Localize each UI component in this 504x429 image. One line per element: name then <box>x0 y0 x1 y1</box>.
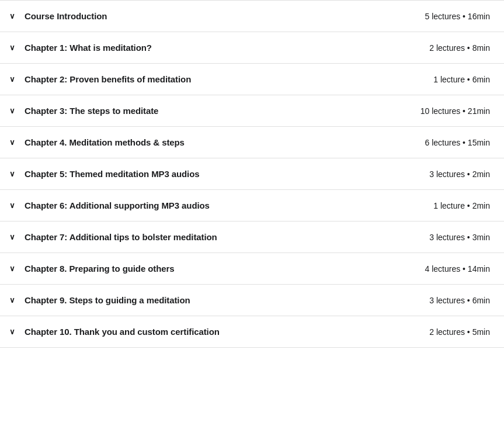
chapter-title-ch4: Chapter 4. Meditation methods & steps <box>25 137 185 147</box>
chapter-title-ch2: Chapter 2: Proven benefits of meditation <box>25 74 191 84</box>
chapter-meta-ch9: 3 lectures • 6min <box>429 296 490 305</box>
chapter-left-ch1: ∨Chapter 1: What is meditation? <box>9 43 152 53</box>
chapter-meta-ch8: 4 lectures • 14min <box>425 264 490 274</box>
chapter-meta-ch3: 10 lectures • 21min <box>420 106 490 116</box>
chapter-title-intro: Course Introduction <box>25 11 107 21</box>
chevron-down-icon: ∨ <box>9 169 18 178</box>
chapter-title-ch8: Chapter 8. Preparing to guide others <box>25 264 174 274</box>
chapter-item-ch2[interactable]: ∨Chapter 2: Proven benefits of meditatio… <box>0 64 504 95</box>
chapter-title-ch6: Chapter 6: Additional supporting MP3 aud… <box>25 200 210 210</box>
chapter-title-ch9: Chapter 9. Steps to guiding a meditation <box>25 295 190 305</box>
chapter-item-intro[interactable]: ∨Course Introduction5 lectures • 16min <box>0 0 504 32</box>
chevron-down-icon: ∨ <box>9 138 18 147</box>
chapter-left-ch7: ∨Chapter 7: Additional tips to bolster m… <box>9 232 217 242</box>
chapter-title-ch7: Chapter 7: Additional tips to bolster me… <box>25 232 217 242</box>
chapter-meta-ch10: 2 lectures • 5min <box>429 327 490 337</box>
chapter-left-ch2: ∨Chapter 2: Proven benefits of meditatio… <box>9 74 191 84</box>
chevron-down-icon: ∨ <box>9 327 18 336</box>
chapter-left-ch3: ∨Chapter 3: The steps to meditate <box>9 106 158 116</box>
chevron-down-icon: ∨ <box>9 106 18 115</box>
chapter-meta-ch5: 3 lectures • 2min <box>429 169 490 179</box>
chapter-meta-ch4: 6 lectures • 15min <box>425 138 490 147</box>
chapter-meta-ch7: 3 lectures • 3min <box>429 233 490 242</box>
chapter-left-intro: ∨Course Introduction <box>9 11 107 21</box>
chapter-meta-intro: 5 lectures • 16min <box>425 12 490 21</box>
chapter-item-ch10[interactable]: ∨Chapter 10. Thank you and custom certif… <box>0 316 504 348</box>
chapter-item-ch6[interactable]: ∨Chapter 6: Additional supporting MP3 au… <box>0 190 504 222</box>
chevron-down-icon: ∨ <box>9 296 18 305</box>
chevron-down-icon: ∨ <box>9 43 18 52</box>
chapter-item-ch7[interactable]: ∨Chapter 7: Additional tips to bolster m… <box>0 222 504 253</box>
chapter-left-ch4: ∨Chapter 4. Meditation methods & steps <box>9 137 185 147</box>
chapter-left-ch6: ∨Chapter 6: Additional supporting MP3 au… <box>9 200 210 210</box>
chapter-item-ch4[interactable]: ∨Chapter 4. Meditation methods & steps6 … <box>0 127 504 158</box>
chapter-meta-ch1: 2 lectures • 8min <box>429 43 490 53</box>
chevron-down-icon: ∨ <box>9 12 18 20</box>
chapter-left-ch10: ∨Chapter 10. Thank you and custom certif… <box>9 327 220 337</box>
chapter-title-ch5: Chapter 5: Themed meditation MP3 audios <box>25 169 199 179</box>
chapter-item-ch5[interactable]: ∨Chapter 5: Themed meditation MP3 audios… <box>0 158 504 190</box>
chapter-left-ch5: ∨Chapter 5: Themed meditation MP3 audios <box>9 169 199 179</box>
chapter-meta-ch6: 1 lecture • 2min <box>433 201 490 210</box>
chapter-left-ch9: ∨Chapter 9. Steps to guiding a meditatio… <box>9 295 190 305</box>
chapter-item-ch8[interactable]: ∨Chapter 8. Preparing to guide others4 l… <box>0 253 504 285</box>
course-list: ∨Course Introduction5 lectures • 16min∨C… <box>0 0 504 348</box>
chevron-down-icon: ∨ <box>9 201 18 210</box>
chapter-item-ch3[interactable]: ∨Chapter 3: The steps to meditate10 lect… <box>0 95 504 127</box>
chapter-title-ch3: Chapter 3: The steps to meditate <box>25 106 158 116</box>
chevron-down-icon: ∨ <box>9 75 18 84</box>
chevron-down-icon: ∨ <box>9 233 18 241</box>
chapter-title-ch1: Chapter 1: What is meditation? <box>25 43 152 53</box>
chapter-meta-ch2: 1 lecture • 6min <box>433 75 490 84</box>
chapter-title-ch10: Chapter 10. Thank you and custom certifi… <box>25 327 220 337</box>
chapter-item-ch9[interactable]: ∨Chapter 9. Steps to guiding a meditatio… <box>0 285 504 316</box>
chevron-down-icon: ∨ <box>9 264 18 273</box>
chapter-left-ch8: ∨Chapter 8. Preparing to guide others <box>9 264 174 274</box>
chapter-item-ch1[interactable]: ∨Chapter 1: What is meditation?2 lecture… <box>0 32 504 64</box>
